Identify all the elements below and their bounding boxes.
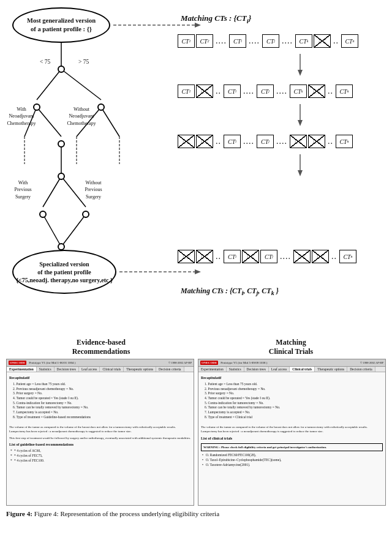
ss-right-tab-stat[interactable]: Statistics	[227, 367, 244, 372]
ss-right-list-title: List of clinical trials	[201, 436, 383, 441]
ct-dots: ..	[333, 36, 339, 46]
ss-tab-leaf[interactable]: Leaf access	[79, 367, 100, 372]
ct-dots: ....	[276, 137, 287, 146]
ss-left-copyright: © 1998-2002 AP-HP	[168, 361, 192, 364]
node-surgery-with	[39, 211, 47, 218]
ss-right-recap-title: Recapitulatif	[201, 375, 383, 381]
ss-item-2: 2. Previous neoadjuvant chemotherapy = N…	[13, 387, 191, 392]
ss-right-item-5: 5. Contra-indication for tumorectomy = N…	[205, 401, 383, 406]
ss-left-logo: ONECODE	[9, 361, 26, 365]
bottom-section: Evidence-based Recommendations Matching …	[6, 338, 386, 519]
ss-list-title: List of guideline-based recommendations	[9, 442, 191, 448]
label-matching-trials: Matching Clinical Trials	[196, 338, 386, 356]
patient-profile-text: Most generalized version of a patient pr…	[27, 17, 96, 33]
ss-rec-3: * 4 cycles of FEC100.	[14, 459, 191, 463]
ct-box-crossed: CT	[196, 135, 213, 148]
ss-right-tab-exp[interactable]: Experimentation	[198, 367, 227, 372]
ct-box-crossed: CT	[293, 250, 311, 263]
diagram-area: Most generalized version of a patient pr…	[6, 5, 386, 336]
ss-tab-criteria[interactable]: Decision criteria	[156, 367, 184, 372]
ss-tab-decision[interactable]: Decision trees	[55, 367, 79, 372]
ss-right-item-2: 2. Previous neoadjuvant chemotherapy = N…	[205, 387, 383, 392]
ct-dots: ....	[243, 137, 254, 146]
ss-item-1: 1. Patient age = Less than 75 years old.	[13, 382, 191, 387]
ct-box: CTn	[336, 84, 353, 98]
figure-caption: Figure 4: Figure 4: Representation of th…	[6, 509, 386, 519]
svg-line-16	[101, 107, 119, 137]
ct-dots: ....	[280, 252, 291, 261]
bottom-labels: Evidence-based Recommendations Matching …	[6, 338, 386, 356]
ss-trial-3: O. Taxotere-Adriamycine(2001).	[206, 463, 383, 468]
ss-right-tab-trials[interactable]: Clinical trials	[290, 367, 315, 372]
ss-right-item-1: 1. Patient age = Less than 75 years old.	[205, 382, 383, 387]
ss-right-tabs: Experimentation Statistics Decision tree…	[198, 367, 385, 372]
ct-dots: ....	[243, 86, 254, 96]
node-lt75	[33, 103, 40, 111]
screenshots-row: ONECODE Prototype V1 (for Mol 1-06/01 10…	[6, 359, 386, 506]
ct-box-crossed: CT	[290, 135, 307, 148]
ss-trial-1: O. Randomized FEC60/FEC100(28),	[206, 453, 383, 458]
screenshot-left: ONECODE Prototype V1 (for Mol 1-06/01 10…	[6, 359, 194, 506]
ss-right-item-4: 4. Tumor could be operated = Yes (stade …	[205, 396, 383, 401]
ss-recap-title: Recapitulatif	[9, 375, 191, 381]
ct-box: CT1	[178, 84, 195, 98]
specialized-profile-text: Specialized version of the patient profi…	[16, 260, 113, 284]
ss-tab-statistics[interactable]: Statistics	[37, 367, 55, 372]
ss-right-item-8: 8. Type of treatment = Clinical trial	[205, 415, 383, 420]
ct-box: CTn	[339, 250, 356, 263]
ct-dots: ..	[216, 86, 221, 96]
ct-box-crossed: CT	[196, 250, 213, 263]
ss-right-copyright: © 1998-2002 AP-HP	[360, 361, 383, 364]
ct-box: CTk	[295, 34, 312, 48]
ct-box-crossed: CT	[308, 84, 325, 98]
ct-dots: ....	[249, 36, 260, 46]
ct-box-crossed: CT	[312, 250, 329, 263]
ct-box: CTj	[260, 250, 277, 263]
ct-row-3: CT CT .. CTi .... CTj .... CT CT .. CTn	[178, 135, 353, 148]
ct-box-crossed: CT	[178, 135, 195, 148]
ss-right-tab-ther[interactable]: Therapeutic options	[315, 367, 347, 372]
ss-item-3: 3. Prior surgery = No.	[13, 391, 191, 396]
ss-left-para2: This first step of treatment would be fo…	[9, 436, 191, 441]
ct-dots: ..	[216, 137, 221, 146]
ss-tab-therapeutic[interactable]: Therapeutic options	[124, 367, 156, 372]
ss-item-7: 7. Lumpectomy is accepted = No.	[13, 410, 191, 415]
ss-right-prototype: Prototype V1 (for Mol 5-09/09 1038 )	[221, 361, 358, 364]
ct-box: CT2	[196, 34, 213, 48]
ss-right-tab-crit[interactable]: Decision criteria	[347, 367, 375, 372]
ct-dots: ..	[331, 252, 337, 261]
screenshot-right: ONECODE Prototype V1 (for Mol 5-09/09 10…	[198, 359, 386, 506]
ss-trial-2: O. Taxol–Epirubicine–Cyclophosphamide(TE…	[206, 458, 383, 463]
ct-box: CTi	[224, 84, 241, 98]
ss-left-para1: The volume of the tumor as compared to t…	[9, 425, 191, 434]
node-neoadj	[58, 140, 65, 148]
ct-row-1: CT1 CT2 .... CTi .... CTj .... CTk CT ..…	[178, 34, 358, 48]
node-surgery-without	[82, 211, 89, 218]
svg-line-20	[43, 214, 61, 247]
node-mid	[58, 173, 65, 180]
ct-row-2: CT1 CT .. CTi .... CTj .... CTk CT .. CT…	[178, 84, 353, 98]
ct-box-crossed: CT	[196, 84, 213, 98]
ct-section: Matching CTs : {CTi} CT1 CT2 .... CTi ..…	[178, 5, 386, 336]
specialized-profile-oval: Specialized version of the patient profi…	[12, 250, 116, 294]
ss-right-tab-dec[interactable]: Decision trees	[244, 367, 269, 372]
ct-box-crossed: CT	[314, 34, 331, 48]
ct-box: CTn	[341, 34, 358, 48]
ct-box: CTj	[257, 84, 274, 98]
svg-line-14	[37, 107, 61, 137]
ss-right-tab-leaf[interactable]: Leaf access	[269, 367, 290, 372]
ct-dots: ....	[282, 36, 293, 46]
ss-right-logo: ONECODE	[200, 361, 218, 365]
ss-tab-trials[interactable]: Clinical trials	[100, 367, 124, 372]
svg-line-12	[61, 69, 101, 100]
ct-dots: ..	[216, 252, 221, 261]
ct-dots: ..	[328, 137, 333, 146]
ss-left-tabs: Experimentation Statistics Decision tree…	[7, 367, 194, 372]
ss-tab-experimentation[interactable]: Experimentation	[7, 367, 37, 372]
svg-line-18	[43, 176, 61, 207]
matching-cts-top-label: Matching CTs : {CTi}	[181, 13, 251, 24]
label-evidence-based: Evidence-based Recommendations	[6, 338, 196, 356]
ct-row-4: CT CT .. CTi CT CTj .... CT CT .. CTn	[178, 250, 356, 263]
branch-without-surgery: Without Previous Surgery	[70, 179, 116, 200]
node-root	[58, 66, 65, 73]
